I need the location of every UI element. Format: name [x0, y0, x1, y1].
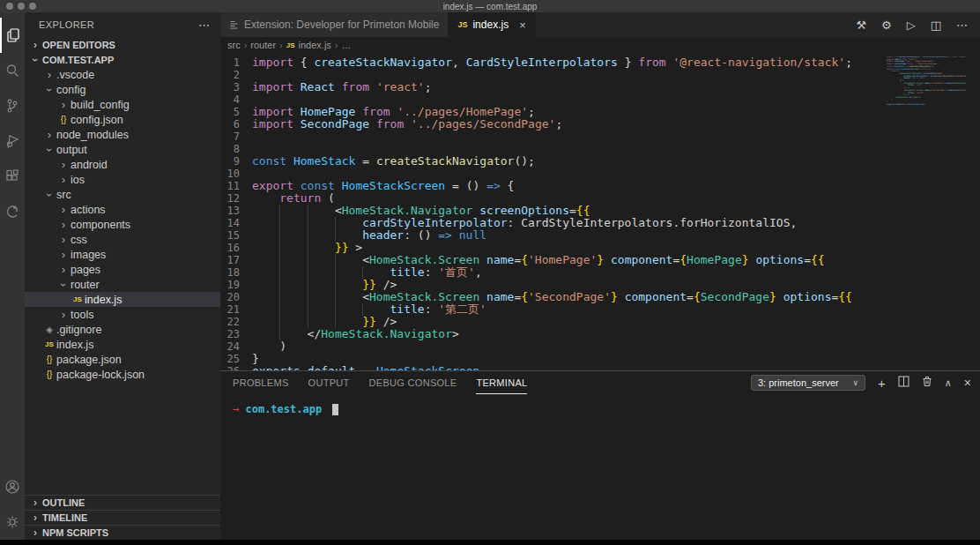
extension-tool-icon[interactable]: ⚒ — [856, 19, 866, 32]
explorer-more-icon[interactable]: ⋯ — [198, 19, 210, 32]
tree-item-label: node_modules — [56, 129, 129, 141]
breadcrumb-item[interactable]: src — [227, 40, 241, 50]
line-number: 10 — [220, 168, 252, 180]
tree-item-src[interactable]: ›src — [25, 187, 220, 202]
terminal-content[interactable]: → com.test.app — [220, 394, 980, 415]
more-actions-icon[interactable]: ⋯ — [956, 19, 968, 32]
tree-item-config[interactable]: ›config — [25, 82, 220, 97]
tree-item-label: tools — [71, 309, 93, 321]
breadcrumb-item[interactable]: index.js — [299, 40, 331, 50]
close-panel-icon[interactable]: × — [964, 376, 971, 390]
code-line-6[interactable]: 6import SecondPage from '../pages/Second… — [220, 118, 980, 131]
code-line-23[interactable]: 23</HomeStack.Navigator> — [220, 328, 980, 340]
minimap[interactable]: import { createStackNavigator, CardStyle… — [887, 56, 966, 107]
sidebar-section-timeline[interactable]: ›TIMELINE — [25, 510, 220, 525]
settings-gear-icon[interactable]: ⚙ — [881, 19, 892, 32]
code-line-5[interactable]: 5import HomePage from '../pages/HomePage… — [220, 106, 980, 118]
tree-item-package-lock-json[interactable]: {}package-lock.json — [25, 367, 220, 382]
run-and-debug-icon[interactable] — [0, 123, 25, 159]
code-line-2[interactable]: 2 — [220, 69, 980, 81]
tree-item-label: src — [56, 189, 71, 201]
editor[interactable]: 1import { createStackNavigator, CardStyl… — [220, 53, 980, 370]
tree-item-router[interactable]: ›router — [25, 277, 220, 292]
tree-item-index-js[interactable]: JSindex.js — [25, 292, 220, 307]
panel-tab-debug-console[interactable]: DEBUG CONSOLE — [369, 371, 457, 394]
code-line-4[interactable]: 4 — [220, 93, 980, 106]
code-line-1[interactable]: 1import { createStackNavigator, CardStyl… — [220, 56, 980, 69]
tree-section-com-test-app[interactable]: ›COM.TEST.APP — [25, 52, 220, 67]
run-icon[interactable]: ▷ — [907, 19, 916, 32]
tree-item-index-js[interactable]: JSindex.js — [25, 337, 220, 352]
close-tab-icon[interactable]: × — [519, 19, 526, 32]
sidebar-section-npm-scripts[interactable]: ›NPM SCRIPTS — [25, 525, 220, 540]
tree-item-actions[interactable]: ›actions — [25, 202, 220, 217]
code-line-19[interactable]: 19}} /> — [220, 279, 980, 291]
tab-extension-developer-for-primeton-mobile[interactable]: Extension: Developer for Primeton Mobile — [220, 12, 449, 37]
code-line-21[interactable]: 21title: '第二页' — [220, 303, 980, 316]
code-line-13[interactable]: 13<HomeStack.Navigator screenOptions={{ — [220, 205, 980, 217]
tree-item-build-config[interactable]: ›build_config — [25, 97, 220, 112]
split-editor-icon[interactable]: ◫ — [931, 19, 941, 32]
terminal-select-value: 3: primeton_server — [758, 377, 839, 388]
code-line-14[interactable]: 14cardStyleInterpolator: CardStyleInterp… — [220, 217, 980, 229]
tree-item--gitignore[interactable]: ◈.gitignore — [25, 322, 220, 337]
tree-item-package-json[interactable]: {}package.json — [25, 352, 220, 367]
tree-item-ios[interactable]: ›ios — [25, 172, 220, 187]
panel-tab-problems[interactable]: PROBLEMS — [233, 371, 289, 394]
split-terminal-icon[interactable] — [898, 376, 909, 390]
code-line-24[interactable]: 24) — [220, 340, 980, 353]
code-line-16[interactable]: 16}} > — [220, 242, 980, 254]
manage-gear-icon[interactable] — [0, 504, 25, 540]
chevron-collapsed-icon: › — [28, 526, 42, 539]
tree-item-config-json[interactable]: {}config.json — [25, 112, 220, 127]
primeton-mobile-icon[interactable] — [0, 194, 25, 229]
code-line-25[interactable]: 25} — [220, 353, 980, 365]
tab-index-js[interactable]: JSindex.js× — [449, 12, 535, 37]
breadcrumb-item[interactable]: router — [250, 40, 276, 50]
code-line-26[interactable]: 26exports.default = HomeStackScreen — [220, 365, 980, 370]
terminal-select[interactable]: 3: primeton_server ∨ — [751, 375, 865, 391]
code-line-11[interactable]: 11export const HomeStackScreen = () => { — [220, 180, 980, 192]
tree-item-css[interactable]: ›css — [25, 232, 220, 247]
tree-item-pages[interactable]: ›pages — [25, 262, 220, 277]
tree-section-open-editors[interactable]: ›OPEN EDITORS — [25, 37, 220, 52]
code-line-18[interactable]: 18title: '首页', — [220, 266, 980, 279]
code-line-15[interactable]: 15header: () => null — [220, 229, 980, 242]
source-control-icon[interactable] — [0, 88, 25, 123]
tree-item-images[interactable]: ›images — [25, 247, 220, 262]
code-line-3[interactable]: 3import React from 'react'; — [220, 81, 980, 93]
code-line-22[interactable]: 22}} /> — [220, 316, 980, 328]
code-line-9[interactable]: 9const HomeStack = createStackNavigator(… — [220, 155, 980, 168]
chevron-collapsed-icon: › — [56, 174, 71, 186]
terminal-prompt-arrow: → — [233, 403, 239, 415]
code-line-8[interactable]: 8 — [220, 143, 980, 155]
tree-item-label: package-lock.json — [56, 369, 145, 381]
code-content[interactable]: 1import { createStackNavigator, CardStyl… — [220, 53, 980, 370]
tree-item--vscode[interactable]: ›.vscode — [25, 67, 220, 82]
code-line-10[interactable]: 10 — [220, 168, 980, 180]
code-line-7[interactable]: 7 — [220, 131, 980, 143]
chevron-down-icon: ∨ — [852, 378, 858, 387]
breadcrumb-item[interactable]: … — [342, 40, 352, 50]
code-line-17[interactable]: 17<HomeStack.Screen name={'HomePage'} co… — [220, 254, 980, 266]
maximize-panel-icon[interactable]: ∧ — [945, 377, 952, 389]
tree-item-tools[interactable]: ›tools — [25, 307, 220, 322]
chevron-collapsed-icon: › — [28, 39, 42, 51]
panel-tab-terminal[interactable]: TERMINAL — [476, 371, 527, 394]
code-line-12[interactable]: 12return ( — [220, 192, 980, 205]
panel-tab-output[interactable]: OUTPUT — [308, 371, 350, 394]
tree-item-components[interactable]: ›components — [25, 217, 220, 232]
accounts-icon[interactable] — [0, 469, 25, 504]
kill-terminal-icon[interactable] — [922, 376, 932, 390]
tree-item-android[interactable]: ›android — [25, 157, 220, 172]
tree-item-label: build_config — [71, 99, 130, 111]
code-line-20[interactable]: 20<HomeStack.Screen name={'SecondPage'} … — [220, 291, 980, 303]
tree-item-output[interactable]: ›output — [25, 142, 220, 157]
extensions-icon[interactable] — [0, 159, 25, 194]
new-terminal-icon[interactable]: + — [878, 376, 886, 391]
sidebar-section-outline[interactable]: ›OUTLINE — [25, 495, 220, 510]
js-icon: JS — [457, 20, 467, 29]
explorer-icon[interactable] — [0, 18, 25, 53]
tree-item-node-modules[interactable]: ›node_modules — [25, 127, 220, 142]
search-icon[interactable] — [0, 53, 25, 88]
